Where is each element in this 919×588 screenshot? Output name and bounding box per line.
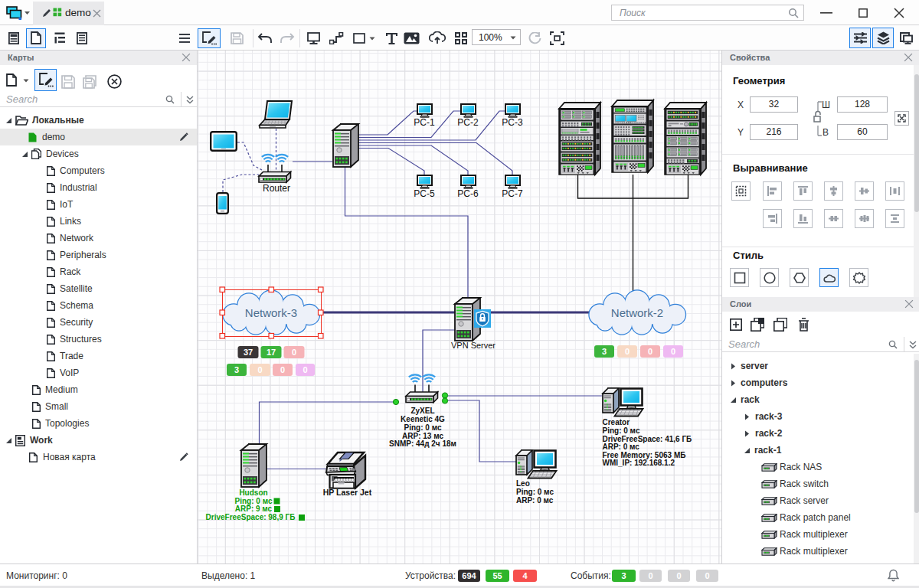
svg-text:ARP: 13 мс: ARP: 13 мс xyxy=(402,432,443,440)
svg-text:DriveFreeSpace: 98,9 ГБ: DriveFreeSpace: 98,9 ГБ xyxy=(206,513,296,521)
svg-text:0: 0 xyxy=(625,347,630,356)
svg-text:PC-7: PC-7 xyxy=(502,188,523,199)
svg-text:ARP: 9 мс: ARP: 9 мс xyxy=(235,505,273,513)
svg-text:WMI_IP: 192.168.1.2: WMI_IP: 192.168.1.2 xyxy=(603,459,675,467)
svg-text:0: 0 xyxy=(292,348,296,357)
svg-text:Leo: Leo xyxy=(516,479,530,488)
svg-text:0: 0 xyxy=(257,365,262,374)
svg-text:Network-2: Network-2 xyxy=(611,306,663,319)
svg-text:Hudson: Hudson xyxy=(239,488,267,497)
svg-text:0: 0 xyxy=(303,365,307,374)
svg-text:0: 0 xyxy=(671,347,675,356)
svg-text:Keenetic 4G: Keenetic 4G xyxy=(401,415,445,423)
svg-text:3: 3 xyxy=(602,347,607,356)
svg-text:PC-3: PC-3 xyxy=(502,117,523,128)
svg-text:PC-6: PC-6 xyxy=(457,188,479,199)
svg-text:Ping: 0 мс: Ping: 0 мс xyxy=(516,488,554,496)
svg-text:SNMP: 44д 2ч 18м: SNMP: 44д 2ч 18м xyxy=(389,439,456,448)
svg-text:Ping: 0 мс: Ping: 0 мс xyxy=(603,426,640,435)
svg-text:Ping: 0 мс: Ping: 0 мс xyxy=(235,497,273,505)
svg-text:PC-5: PC-5 xyxy=(414,188,435,199)
svg-text:0: 0 xyxy=(648,347,652,356)
svg-text:Router: Router xyxy=(263,183,290,194)
svg-text:37: 37 xyxy=(244,348,253,357)
svg-text:PC-2: PC-2 xyxy=(457,117,479,128)
svg-text:PC-1: PC-1 xyxy=(414,117,435,128)
svg-text:Creator: Creator xyxy=(603,418,630,426)
svg-text:DriveFreeSpace: 41,6 ГБ: DriveFreeSpace: 41,6 ГБ xyxy=(603,435,692,443)
svg-text:ZyXEL: ZyXEL xyxy=(410,407,434,415)
svg-text:17: 17 xyxy=(267,348,276,357)
svg-text:Ping: 0 мс: Ping: 0 мс xyxy=(404,423,442,432)
svg-text:Network-3: Network-3 xyxy=(245,306,297,319)
svg-text:HP Laser Jet: HP Laser Jet xyxy=(323,488,372,497)
svg-text:Free Memory: 5063 МБ: Free Memory: 5063 МБ xyxy=(603,451,686,459)
svg-text:3: 3 xyxy=(234,365,239,374)
svg-text:VPN Server: VPN Server xyxy=(451,341,495,350)
svg-text:0: 0 xyxy=(280,365,285,374)
svg-text:ARP: 0 мс: ARP: 0 мс xyxy=(516,496,554,505)
svg-text:ARP: 0 мс: ARP: 0 мс xyxy=(603,443,640,451)
